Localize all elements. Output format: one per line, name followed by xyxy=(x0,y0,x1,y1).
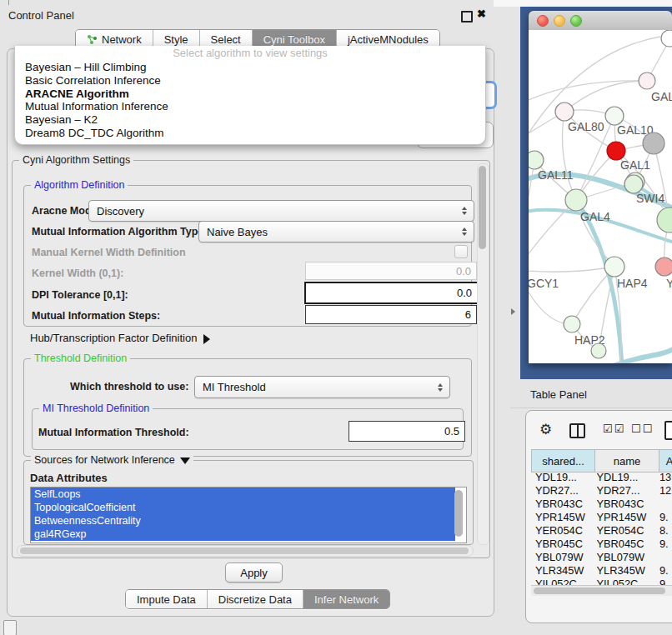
network-node[interactable] xyxy=(607,142,625,160)
network-node[interactable] xyxy=(661,30,672,47)
mi-steps-field[interactable]: 6 xyxy=(305,305,477,324)
table-cell: 8. xyxy=(657,524,672,538)
node-label: HAP4 xyxy=(617,277,648,290)
collapsed-arrow-icon xyxy=(203,334,210,344)
algorithm-option[interactable]: Basic Correlation Inference xyxy=(15,74,485,88)
zoom-button[interactable] xyxy=(570,15,582,27)
kernel-width-field[interactable]: 0.0 xyxy=(305,262,477,280)
hub-definition-toggle[interactable]: Hub/Transcription Factor Definition xyxy=(30,332,210,344)
attribute-item[interactable]: SelfLoops xyxy=(31,488,455,501)
table-cell: YLR345W xyxy=(531,564,595,578)
algorithm-option[interactable]: ARACNE Algorithm xyxy=(15,88,485,101)
tab-label: Impute Data xyxy=(137,593,196,606)
tab-impute-data[interactable]: Impute Data xyxy=(126,590,208,608)
table-row[interactable]: YIL052CYIL052C9. xyxy=(531,578,672,585)
node-label: GAL1 xyxy=(620,158,650,172)
kernel-width-label: Kernel Width (0,1): xyxy=(32,268,123,279)
table-horizontal-scrollbar[interactable] xyxy=(531,585,672,596)
table-row[interactable]: YLR345WYLR345W9. xyxy=(531,564,672,578)
mi-type-select[interactable]: Naive Bayes xyxy=(198,221,474,242)
manual-kernel-checkbox[interactable] xyxy=(454,245,468,258)
network-node[interactable] xyxy=(591,343,606,358)
network-node[interactable] xyxy=(643,132,664,154)
network-node[interactable] xyxy=(639,72,655,89)
node-table-rows[interactable]: YDL19...YDL19...13YDR27...YDR27...12YBR0… xyxy=(531,471,672,585)
algorithm-option[interactable]: Bayesian – K2 xyxy=(15,113,485,127)
network-node[interactable] xyxy=(529,151,544,169)
network-node[interactable] xyxy=(604,257,624,277)
data-attributes-list[interactable]: SelfLoopsTopologicalCoefficientBetweenne… xyxy=(30,487,467,543)
algorithm-option[interactable]: Dream8 DC_TDC Algorithm xyxy=(15,127,485,140)
network-node[interactable] xyxy=(555,102,574,121)
mi-steps-label: Mutual Information Steps: xyxy=(32,310,160,322)
node-label: GCY1 xyxy=(529,277,559,290)
table-row[interactable]: YBR043CYBR043C xyxy=(531,498,672,511)
table-row[interactable]: YDL19...YDL19...13 xyxy=(531,471,672,484)
attribute-item[interactable]: BetweennessCentrality xyxy=(31,514,455,528)
table-row[interactable]: YER054CYER054C8. xyxy=(531,524,672,538)
table-cell: YER054C xyxy=(531,524,595,538)
sources-legend[interactable]: Sources for Network Inference xyxy=(31,454,193,466)
table-cell: YPR145W xyxy=(595,511,657,524)
float-panel-icon[interactable] xyxy=(461,11,473,22)
panel-title: Control Panel xyxy=(8,9,74,22)
network-window[interactable]: GALGAL80GAL10GAL1GAL11GAL4SWI4GCY1HAP4YH… xyxy=(529,11,672,363)
node-label: GAL80 xyxy=(568,120,604,133)
close-button[interactable] xyxy=(537,15,549,27)
docked-panel-icon[interactable] xyxy=(3,620,17,635)
settings-horizontal-scrollbar[interactable] xyxy=(17,545,474,557)
table-row[interactable]: YBR045CYBR045C9. xyxy=(531,538,672,551)
network-nodes[interactable]: GALGAL80GAL10GAL1GAL11GAL4SWI4GCY1HAP4YH… xyxy=(529,30,672,358)
mi-threshold-field[interactable]: 0.5 xyxy=(349,421,465,442)
table-cell xyxy=(657,498,672,511)
apply-button[interactable]: Apply xyxy=(225,562,283,582)
export-table-icon[interactable] xyxy=(664,421,672,440)
gear-icon[interactable]: ⚙ xyxy=(539,421,552,438)
expanded-arrow-icon xyxy=(180,458,190,464)
network-window-titlebar[interactable] xyxy=(529,11,672,31)
network-node[interactable] xyxy=(657,208,672,232)
tab-discretize-data[interactable]: Discretize Data xyxy=(208,590,303,608)
minimize-button[interactable] xyxy=(554,15,565,27)
stepper-icon xyxy=(462,207,467,215)
splitpane-handle-icon[interactable] xyxy=(511,308,515,315)
table-row[interactable]: YDR27...YDR27...12 xyxy=(531,484,672,498)
tab-infer-network[interactable]: Infer Network xyxy=(303,590,389,608)
top-divider xyxy=(8,0,9,5)
network-node[interactable] xyxy=(624,175,643,193)
table-row[interactable]: YBL079WYBL079W xyxy=(531,551,672,564)
list-vertical-scrollbar[interactable] xyxy=(454,490,463,537)
table-cell: YDL19... xyxy=(531,471,595,484)
table-row[interactable]: YPR145WYPR145W9. xyxy=(531,511,672,524)
network-canvas[interactable]: GALGAL80GAL10GAL1GAL11GAL4SWI4GCY1HAP4YH… xyxy=(529,30,672,363)
settings-vertical-scrollbar[interactable] xyxy=(477,163,489,545)
mi-threshold-label: Mutual Information Threshold: xyxy=(38,427,189,438)
attribute-item[interactable]: TopologicalCoefficient xyxy=(31,501,455,514)
attribute-item[interactable]: gal4RGexp xyxy=(31,528,455,541)
close-icon[interactable]: ✖ xyxy=(477,8,486,20)
network-node[interactable] xyxy=(655,258,672,276)
mi-threshold-legend: MI Threshold Definition xyxy=(39,402,153,414)
app-top-strip xyxy=(494,0,672,7)
deselect-all-checks-icon[interactable]: ☐☐ xyxy=(631,422,654,435)
algorithm-definition-legend: Algorithm Definition xyxy=(31,179,128,191)
algorithm-option[interactable]: Mutual Information Inference xyxy=(15,100,485,113)
algorithm-option[interactable]: Bayesian – Hill Climbing xyxy=(15,61,485,74)
table-cell: YBR043C xyxy=(595,498,657,511)
columns-icon[interactable] xyxy=(569,423,585,438)
which-threshold-value: MI Threshold xyxy=(203,381,266,393)
network-node[interactable] xyxy=(565,189,587,211)
dpi-tolerance-field[interactable]: 0.0 xyxy=(304,282,479,304)
hub-definition-label: Hub/Transcription Factor Definition xyxy=(30,332,197,344)
select-all-checks-icon[interactable]: ☑☑ xyxy=(603,422,625,435)
column-header[interactable]: A xyxy=(659,450,672,472)
which-threshold-select[interactable]: MI Threshold xyxy=(194,376,450,398)
aracne-mode-select[interactable]: Discovery xyxy=(88,200,474,222)
column-header[interactable]: shared... xyxy=(532,450,595,472)
network-node[interactable] xyxy=(564,316,580,332)
tab-label: Infer Network xyxy=(314,593,379,606)
network-node[interactable] xyxy=(605,107,624,125)
sources-legend-text: Sources for Network Inference xyxy=(34,454,175,466)
table-cell: 9. xyxy=(657,511,672,524)
column-header[interactable]: name xyxy=(595,450,659,472)
